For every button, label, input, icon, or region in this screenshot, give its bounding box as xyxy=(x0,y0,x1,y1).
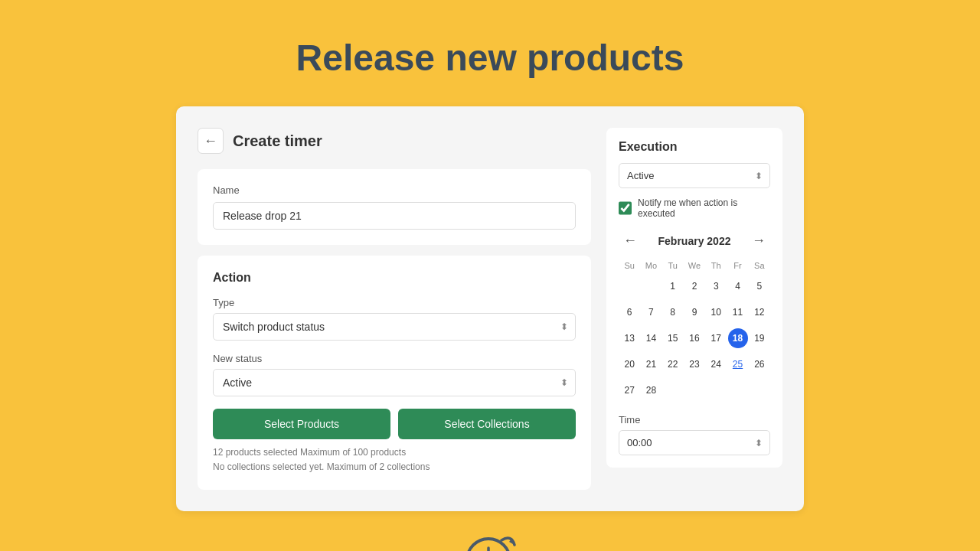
calendar-day-28[interactable]: 28 xyxy=(641,380,661,400)
notify-label: Notify me when action is executed xyxy=(638,197,770,219)
calendar-day-21[interactable]: 21 xyxy=(641,354,661,374)
calendar-cell[interactable]: 26 xyxy=(749,351,770,377)
calendar-day-3[interactable]: 3 xyxy=(706,276,726,296)
calendar-cell[interactable]: 6 xyxy=(619,299,640,325)
calendar-month-label: February 2022 xyxy=(658,235,731,247)
day-header-su: Su xyxy=(619,258,640,273)
calendar-cell[interactable]: 5 xyxy=(749,273,770,299)
calendar-nav: ← February 2022 → xyxy=(619,231,770,250)
page-title: Release new products xyxy=(296,37,684,79)
name-label: Name xyxy=(213,184,576,196)
calendar-cell[interactable]: 12 xyxy=(749,299,770,325)
calendar-day-23[interactable]: 23 xyxy=(684,354,704,374)
calendar-day-17[interactable]: 17 xyxy=(706,328,726,348)
calendar-day-10[interactable]: 10 xyxy=(706,302,726,322)
execution-title: Execution xyxy=(619,140,770,154)
calendar-cell[interactable]: 16 xyxy=(684,325,705,351)
calendar-cell[interactable]: 3 xyxy=(705,273,727,299)
back-button[interactable]: ← xyxy=(198,128,224,154)
calendar-day-19[interactable]: 19 xyxy=(750,328,769,348)
right-panel: Execution Active Inactive ⬍ Notify me wh… xyxy=(606,128,782,490)
calendar-day-24[interactable]: 24 xyxy=(706,354,726,374)
calendar-day-26[interactable]: 26 xyxy=(750,354,769,374)
select-products-button[interactable]: Select Products xyxy=(213,409,390,439)
day-header-sa: Sa xyxy=(749,258,770,273)
calendar-cell[interactable]: 23 xyxy=(684,351,705,377)
type-label: Type xyxy=(213,297,576,308)
clock-icon xyxy=(459,527,521,551)
calendar-cell[interactable]: 15 xyxy=(662,325,684,351)
calendar-day-2[interactable]: 2 xyxy=(684,276,704,296)
calendar-day-11[interactable]: 11 xyxy=(728,302,748,322)
execution-section: Execution Active Inactive ⬍ Notify me wh… xyxy=(606,128,782,468)
calendar-day-5[interactable]: 5 xyxy=(750,276,769,296)
calendar-cell xyxy=(705,377,727,403)
calendar-cell[interactable]: 22 xyxy=(662,351,684,377)
clock-icon-wrap xyxy=(459,527,521,551)
calendar-day-8[interactable]: 8 xyxy=(663,302,683,322)
calendar-day-16[interactable]: 16 xyxy=(684,328,704,348)
calendar-day-14[interactable]: 14 xyxy=(641,328,661,348)
calendar-next-button[interactable]: → xyxy=(747,231,770,250)
calendar-cell[interactable]: 19 xyxy=(749,325,770,351)
calendar-day-25[interactable]: 25 xyxy=(728,354,748,374)
calendar-cell[interactable]: 11 xyxy=(727,299,748,325)
calendar-day-13[interactable]: 13 xyxy=(619,328,639,348)
select-collections-button[interactable]: Select Collections xyxy=(398,409,576,439)
notify-checkbox[interactable] xyxy=(619,201,632,215)
calendar-cell[interactable]: 9 xyxy=(684,299,705,325)
time-label: Time xyxy=(619,414,770,425)
calendar-cell[interactable]: 18 xyxy=(727,325,748,351)
calendar-day-18[interactable]: 18 xyxy=(728,328,748,348)
calendar-cell xyxy=(727,377,748,403)
calendar-cell[interactable]: 27 xyxy=(619,377,640,403)
calendar-cell[interactable]: 28 xyxy=(640,377,662,403)
calendar-day-4[interactable]: 4 xyxy=(728,276,748,296)
execution-status-select[interactable]: Active Inactive xyxy=(619,163,770,188)
calendar-day-9[interactable]: 9 xyxy=(684,302,704,322)
name-input[interactable] xyxy=(213,202,576,230)
calendar-day-27[interactable]: 27 xyxy=(619,380,639,400)
calendar-day-22[interactable]: 22 xyxy=(663,354,683,374)
calendar-day-1[interactable]: 1 xyxy=(663,276,683,296)
calendar-prev-button[interactable]: ← xyxy=(619,231,642,250)
new-status-label: New status xyxy=(213,353,576,364)
calendar-cell[interactable]: 13 xyxy=(619,325,640,351)
calendar-cell[interactable]: 14 xyxy=(640,325,662,351)
calendar-cell[interactable]: 10 xyxy=(705,299,727,325)
notify-row: Notify me when action is executed xyxy=(619,197,770,219)
calendar-cell[interactable]: 20 xyxy=(619,351,640,377)
calendar-cell[interactable]: 17 xyxy=(705,325,727,351)
day-header-we: We xyxy=(684,258,705,273)
action-title: Action xyxy=(213,271,576,285)
calendar-cell[interactable]: 24 xyxy=(705,351,727,377)
calendar-day-20[interactable]: 20 xyxy=(619,354,639,374)
products-info: 12 products selected Maximum of 100 prod… xyxy=(213,445,576,474)
day-header-fr: Fr xyxy=(727,258,748,273)
product-collection-buttons: Select Products Select Collections xyxy=(213,409,576,439)
calendar-day-12[interactable]: 12 xyxy=(750,302,769,322)
calendar-day-7[interactable]: 7 xyxy=(641,302,661,322)
type-select[interactable]: Switch product status Update price Publi… xyxy=(213,313,576,341)
calendar-day-6[interactable]: 6 xyxy=(619,302,639,322)
day-header-mo: Mo xyxy=(640,258,662,273)
calendar-cell[interactable]: 2 xyxy=(684,273,705,299)
calendar-cell[interactable]: 1 xyxy=(662,273,684,299)
create-timer-title: Create timer xyxy=(233,132,322,150)
calendar-day-15[interactable]: 15 xyxy=(663,328,683,348)
header-row: ← Create timer xyxy=(198,128,591,154)
execution-status-select-wrap: Active Inactive ⬍ xyxy=(619,163,770,188)
type-select-wrap: Switch product status Update price Publi… xyxy=(213,313,576,341)
calendar-cell[interactable]: 7 xyxy=(640,299,662,325)
new-status-select[interactable]: Active Draft xyxy=(213,369,576,396)
day-header-th: Th xyxy=(705,258,727,273)
action-section: Action Type Switch product status Update… xyxy=(198,256,591,490)
main-card: ← Create timer Name Action Type Switch p… xyxy=(176,106,804,511)
time-select[interactable]: 00:00 01:00 12:00 xyxy=(619,430,770,455)
calendar-cell[interactable]: 4 xyxy=(727,273,748,299)
calendar-cell[interactable]: 8 xyxy=(662,299,684,325)
calendar-cell xyxy=(749,377,770,403)
calendar-cell[interactable]: 21 xyxy=(640,351,662,377)
calendar-cell[interactable]: 25 xyxy=(727,351,748,377)
day-header-tu: Tu xyxy=(662,258,684,273)
